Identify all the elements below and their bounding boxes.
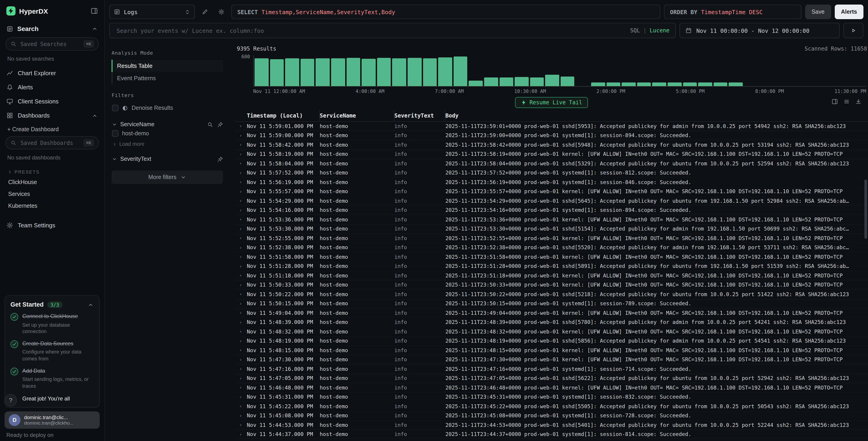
run-query-button[interactable] (843, 23, 863, 38)
table-row[interactable]: ›Nov 11 5:52:55.000 PMhost-demoinfo2025-… (235, 234, 868, 243)
col-severitytext[interactable]: SeverityText (394, 110, 445, 121)
row-expand-icon[interactable]: › (235, 404, 247, 409)
row-expand-icon[interactable]: › (235, 254, 247, 260)
collapse-sidebar-icon[interactable] (91, 7, 98, 14)
histogram-bar[interactable] (453, 57, 467, 86)
row-expand-icon[interactable]: › (235, 226, 247, 232)
histogram-bar[interactable] (729, 83, 743, 86)
sidebar-item-client-sessions[interactable]: Client Sessions (0, 94, 104, 109)
row-density-icon[interactable] (843, 98, 850, 105)
row-expand-icon[interactable]: › (235, 413, 247, 419)
onboarding-step-add-data[interactable]: Add Data Start sending logs, metrics, or… (10, 367, 94, 389)
source-settings-button[interactable] (215, 5, 228, 18)
histogram-bar[interactable] (545, 75, 559, 86)
table-row[interactable]: ›Nov 11 5:55:57.000 PMhost-demoinfo2025-… (235, 187, 868, 196)
event-search-box[interactable]: SQL | Lucene (109, 23, 676, 38)
table-row[interactable]: ›Nov 11 5:51:58.000 PMhost-demoinfo2025-… (235, 253, 868, 262)
table-row[interactable]: ›Nov 11 5:44:37.000 PMhost-demoinfo2025-… (235, 430, 868, 439)
row-expand-icon[interactable]: › (235, 207, 247, 213)
user-menu[interactable]: D dominic.tran@clic... dominic.tran@clic… (5, 411, 100, 429)
sql-toggle[interactable]: SQL (630, 27, 640, 34)
row-expand-icon[interactable]: › (235, 179, 247, 185)
histogram-bar[interactable] (255, 58, 269, 86)
saved-searches-field[interactable] (20, 40, 81, 48)
histogram-bar[interactable] (622, 83, 636, 86)
create-dashboard-button[interactable]: + Create Dashboard (0, 122, 104, 135)
histogram-bar[interactable] (346, 58, 360, 86)
save-button[interactable]: Save (805, 5, 831, 19)
table-row[interactable]: ›Nov 11 5:51:18.000 PMhost-demoinfo2025-… (235, 271, 868, 281)
histogram-bar[interactable] (683, 83, 697, 86)
row-expand-icon[interactable]: › (235, 385, 247, 391)
histogram-bar[interactable] (591, 83, 605, 86)
table-row[interactable]: ›Nov 11 5:54:29.000 PMhost-demoinfo2025-… (235, 196, 868, 206)
table-row[interactable]: ›Nov 11 5:45:08.000 PMhost-demoinfo2025-… (235, 411, 868, 420)
table-row[interactable]: ›Nov 11 5:48:15.000 PMhost-demoinfo2025-… (235, 346, 868, 355)
table-row[interactable]: ›Nov 11 5:54:16.000 PMhost-demoinfo2025-… (235, 206, 868, 215)
saved-dashboards-input[interactable]: ⌘K (5, 136, 99, 149)
row-expand-icon[interactable]: › (235, 394, 247, 400)
table-row[interactable]: ›Nov 11 5:50:33.000 PMhost-demoinfo2025-… (235, 281, 868, 290)
saved-dashboards-field[interactable] (20, 139, 81, 146)
onboarding-step-connect[interactable]: Connect to ClickHouse Set up your databa… (10, 313, 94, 335)
col-body[interactable]: Body (445, 110, 868, 121)
histogram-bar[interactable] (285, 58, 299, 86)
pin-icon[interactable] (217, 121, 223, 127)
load-more-button[interactable]: Load more (112, 139, 223, 149)
table-row[interactable]: ›Nov 11 5:48:19.000 PMhost-demoinfo2025-… (235, 336, 868, 346)
table-row[interactable]: ›Nov 11 5:47:05.000 PMhost-demoinfo2025-… (235, 374, 868, 383)
row-expand-icon[interactable]: › (235, 347, 247, 353)
search-icon[interactable] (207, 121, 213, 127)
date-range-picker[interactable]: Nov 11 00:00:00 - Nov 12 00:00:00 (679, 23, 840, 38)
columns-icon[interactable] (832, 98, 838, 105)
more-filters-button[interactable]: More filters (112, 170, 223, 184)
row-expand-icon[interactable]: › (235, 282, 247, 288)
chevron-down-icon[interactable] (112, 156, 118, 162)
histogram-bar[interactable] (698, 83, 712, 86)
alerts-button[interactable]: Alerts (835, 5, 863, 19)
table-row[interactable]: ›Nov 11 5:45:31.000 PMhost-demoinfo2025-… (235, 392, 868, 402)
row-expand-icon[interactable]: › (235, 133, 247, 139)
table-row[interactable]: ›Nov 11 5:50:15.000 PMhost-demoinfo2025-… (235, 299, 868, 308)
table-row[interactable]: ›Nov 11 5:57:52.000 PMhost-demoinfo2025-… (235, 168, 868, 178)
preset-services[interactable]: Services (0, 188, 104, 200)
mode-event-patterns[interactable]: Event Patterns (112, 72, 223, 84)
histogram-bar[interactable] (392, 58, 406, 86)
chevron-up-icon[interactable] (92, 112, 98, 119)
filter-group-servicename[interactable]: ServiceName (112, 121, 223, 127)
table-row[interactable]: ›Nov 11 5:59:00.000 PMhost-demoinfo2025-… (235, 131, 868, 140)
presets-header[interactable]: PRESETS (0, 165, 104, 176)
table-row[interactable]: ›Nov 11 5:48:32.000 PMhost-demoinfo2025-… (235, 327, 868, 336)
event-search-input[interactable] (116, 27, 625, 34)
table-row[interactable]: ›Nov 11 5:45:22.000 PMhost-demoinfo2025-… (235, 402, 868, 411)
preset-kubernetes[interactable]: Kubernetes (0, 200, 104, 212)
select-query-input[interactable]: SELECT Timestamp,ServiceName,SeverityTex… (231, 5, 660, 19)
source-select[interactable]: Logs (109, 5, 195, 19)
orderby-input[interactable]: ORDER BY TimestampTime DESC (664, 5, 802, 19)
help-button[interactable]: ? (5, 394, 17, 406)
histogram-bar[interactable] (469, 81, 483, 86)
row-expand-icon[interactable]: › (235, 273, 247, 278)
row-expand-icon[interactable]: › (235, 432, 247, 437)
row-expand-icon[interactable]: › (235, 301, 247, 306)
table-row[interactable]: ›Nov 11 5:51:28.000 PMhost-demoinfo2025-… (235, 262, 868, 271)
table-row[interactable]: ›Nov 11 5:52:38.000 PMhost-demoinfo2025-… (235, 243, 868, 253)
preset-clickhouse[interactable]: ClickHouse (0, 176, 104, 188)
sidebar-item-dashboards[interactable]: Dashboards (0, 109, 104, 122)
row-expand-icon[interactable]: › (235, 319, 247, 325)
histogram-bar[interactable] (499, 78, 513, 86)
histogram-bar[interactable] (515, 77, 528, 86)
checkbox[interactable] (112, 105, 118, 111)
histogram-bar[interactable] (484, 78, 498, 86)
table-row[interactable]: ›Nov 11 5:46:48.000 PMhost-demoinfo2025-… (235, 383, 868, 392)
table-row[interactable]: ›Nov 11 5:53:30.000 PMhost-demoinfo2025-… (235, 224, 868, 234)
table-row[interactable]: ›Nov 11 5:58:42.000 PMhost-demoinfo2025-… (235, 140, 868, 150)
histogram-bar[interactable] (561, 77, 575, 86)
table-row[interactable]: ›Nov 11 5:47:30.000 PMhost-demoinfo2025-… (235, 355, 868, 364)
mode-results-table[interactable]: Results Table (112, 60, 223, 72)
row-expand-icon[interactable]: › (235, 142, 247, 148)
table-row[interactable]: ›Nov 11 5:58:04.000 PMhost-demoinfo2025-… (235, 159, 868, 168)
get-started-header[interactable]: Get Started 3/3 (10, 301, 94, 308)
sidebar-item-alerts[interactable]: Alerts (0, 80, 104, 94)
filter-host-demo[interactable]: host-demo (112, 127, 223, 139)
